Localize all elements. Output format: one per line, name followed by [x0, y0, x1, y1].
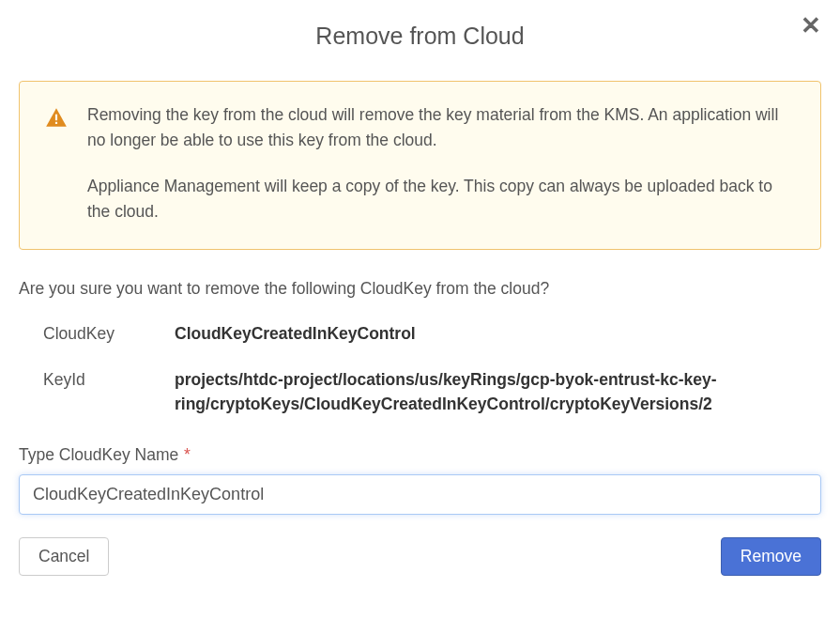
confirm-question: Are you sure you want to remove the foll…	[19, 276, 821, 301]
dialog-title: Remove from Cloud	[315, 23, 524, 49]
warning-paragraph-1: Removing the key from the cloud will rem…	[87, 102, 796, 153]
close-icon: ✕	[801, 11, 821, 39]
close-button[interactable]: ✕	[801, 13, 821, 38]
svg-rect-0	[55, 114, 57, 120]
warning-icon	[44, 102, 69, 131]
input-label: Type CloudKey Name *	[19, 442, 821, 467]
svg-rect-1	[55, 121, 57, 123]
keyid-label: KeyId	[43, 367, 175, 417]
cloudkey-label: CloudKey	[43, 321, 175, 346]
cloudkey-value: CloudKeyCreatedInKeyControl	[175, 321, 821, 346]
warning-paragraph-2: Appliance Management will keep a copy of…	[87, 174, 796, 224]
warning-alert: Removing the key from the cloud will rem…	[19, 81, 821, 251]
keyid-value: projects/htdc-project/locations/us/keyRi…	[175, 367, 821, 417]
required-asterisk: *	[179, 445, 191, 464]
details-table: CloudKey CloudKeyCreatedInKeyControl Key…	[43, 321, 821, 416]
remove-button[interactable]: Remove	[721, 537, 821, 576]
cancel-button[interactable]: Cancel	[19, 537, 109, 576]
cloudkey-name-input[interactable]	[19, 474, 821, 515]
